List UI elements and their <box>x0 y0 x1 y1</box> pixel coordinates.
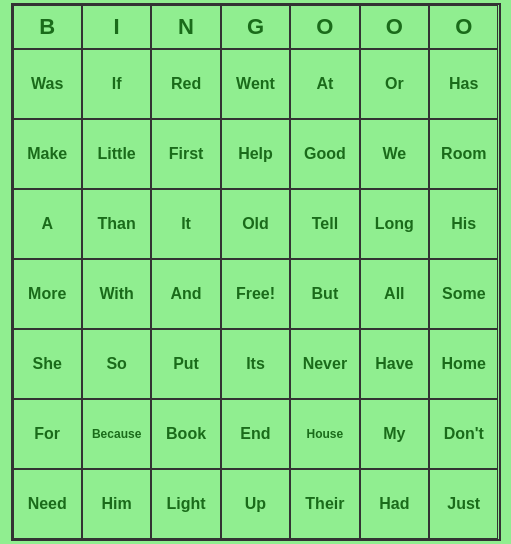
cell-1-4: Good <box>290 119 359 189</box>
header-col-1: I <box>82 5 151 49</box>
cell-6-0: Need <box>13 469 82 539</box>
header-col-6: O <box>429 5 498 49</box>
cell-0-0: Was <box>13 49 82 119</box>
header-row: BINGOOO <box>13 5 499 49</box>
cell-5-3: End <box>221 399 290 469</box>
cell-3-0: More <box>13 259 82 329</box>
cell-1-0: Make <box>13 119 82 189</box>
cell-2-6: His <box>429 189 498 259</box>
header-col-4: O <box>290 5 359 49</box>
cell-5-4: House <box>290 399 359 469</box>
cell-2-2: It <box>151 189 220 259</box>
cell-6-5: Had <box>360 469 429 539</box>
cell-1-2: First <box>151 119 220 189</box>
cell-0-2: Red <box>151 49 220 119</box>
cell-1-3: Help <box>221 119 290 189</box>
cell-0-5: Or <box>360 49 429 119</box>
cell-5-5: My <box>360 399 429 469</box>
cell-6-4: Their <box>290 469 359 539</box>
cell-2-4: Tell <box>290 189 359 259</box>
row-3: MoreWithAndFree!ButAllSome <box>13 259 499 329</box>
cell-4-1: So <box>82 329 151 399</box>
cell-4-0: She <box>13 329 82 399</box>
row-1: MakeLittleFirstHelpGoodWeRoom <box>13 119 499 189</box>
cell-0-4: At <box>290 49 359 119</box>
cell-3-5: All <box>360 259 429 329</box>
cell-4-6: Home <box>429 329 498 399</box>
row-5: ForBecauseBookEndHouseMyDon't <box>13 399 499 469</box>
cell-3-3: Free! <box>221 259 290 329</box>
cell-1-5: We <box>360 119 429 189</box>
cell-6-2: Light <box>151 469 220 539</box>
cell-1-1: Little <box>82 119 151 189</box>
cell-0-1: If <box>82 49 151 119</box>
cell-5-6: Don't <box>429 399 498 469</box>
cell-5-2: Book <box>151 399 220 469</box>
cell-3-6: Some <box>429 259 498 329</box>
cell-2-3: Old <box>221 189 290 259</box>
cell-4-4: Never <box>290 329 359 399</box>
cell-4-2: Put <box>151 329 220 399</box>
cell-6-6: Just <box>429 469 498 539</box>
bingo-card: BINGOOO WasIfRedWentAtOrHasMakeLittleFir… <box>11 3 501 541</box>
cell-6-3: Up <box>221 469 290 539</box>
cell-5-1: Because <box>82 399 151 469</box>
header-col-0: B <box>13 5 82 49</box>
cell-3-1: With <box>82 259 151 329</box>
cell-5-0: For <box>13 399 82 469</box>
header-col-2: N <box>151 5 220 49</box>
cell-3-4: But <box>290 259 359 329</box>
header-col-5: O <box>360 5 429 49</box>
cell-2-1: Than <box>82 189 151 259</box>
row-2: AThanItOldTellLongHis <box>13 189 499 259</box>
row-0: WasIfRedWentAtOrHas <box>13 49 499 119</box>
cell-4-5: Have <box>360 329 429 399</box>
row-4: SheSoPutItsNeverHaveHome <box>13 329 499 399</box>
cell-2-5: Long <box>360 189 429 259</box>
cell-6-1: Him <box>82 469 151 539</box>
cell-4-3: Its <box>221 329 290 399</box>
cell-3-2: And <box>151 259 220 329</box>
row-6: NeedHimLightUpTheirHadJust <box>13 469 499 539</box>
cell-1-6: Room <box>429 119 498 189</box>
header-col-3: G <box>221 5 290 49</box>
cell-0-3: Went <box>221 49 290 119</box>
cell-2-0: A <box>13 189 82 259</box>
cell-0-6: Has <box>429 49 498 119</box>
